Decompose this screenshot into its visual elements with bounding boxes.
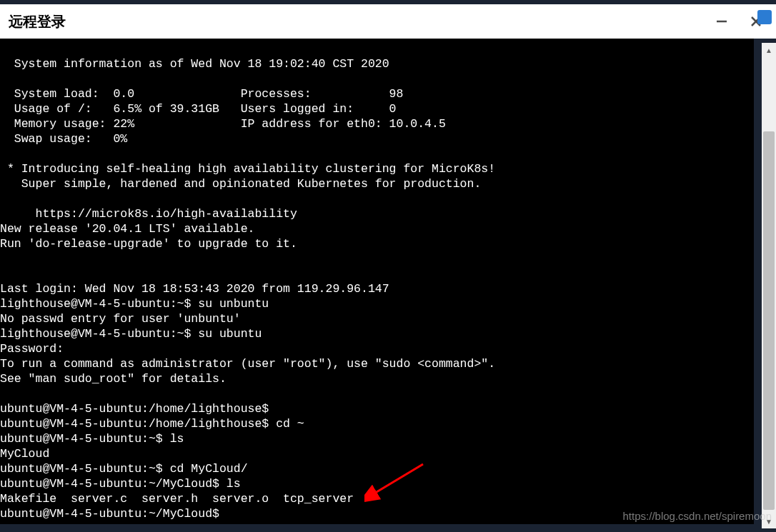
scrollbar-thumb[interactable] — [763, 131, 775, 510]
terminal-output[interactable]: System information as of Wed Nov 18 19:0… — [0, 39, 754, 524]
title-bar: 远程登录 — [0, 0, 776, 39]
minimize-button[interactable] — [713, 13, 730, 30]
window-title: 远程登录 — [9, 12, 66, 31]
scroll-up-arrow[interactable]: ▲ — [763, 44, 775, 56]
platform-icon — [757, 10, 772, 24]
watermark-text: https://blog.csdn.net/spiremoon — [623, 510, 772, 522]
